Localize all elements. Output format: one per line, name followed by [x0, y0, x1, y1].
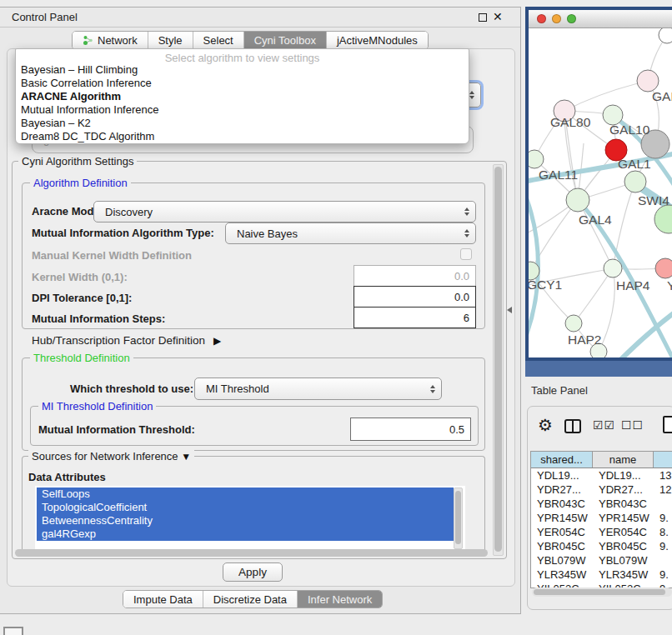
desktop-strip — [525, 361, 672, 377]
tab-label: Infer Network — [308, 593, 372, 606]
popup-placeholder: Select algorithm to view settings — [16, 49, 469, 63]
kernel-width-label: Kernel Width (0,1): — [32, 271, 128, 283]
tab-label: jActiveMNodules — [337, 34, 418, 47]
control-panel-window: Control Panel ✕ Network Style Select Cyn… — [0, 7, 521, 614]
tab-discretize-data[interactable]: Discretize Data — [203, 591, 297, 608]
settings-gear-icon[interactable]: ⚙ — [538, 417, 553, 433]
popup-item[interactable]: Dream8 DC_TDC Algorithm — [16, 130, 469, 143]
hub-transcription-section-toggle[interactable]: Hub/Transcription Factor Definition ▶ — [32, 334, 221, 347]
scrollbar-thumb[interactable] — [494, 167, 502, 552]
scrollbar-thumb[interactable] — [455, 491, 461, 544]
mi-threshold-field[interactable]: 0.5 — [350, 418, 471, 441]
sources-section-toggle[interactable]: Sources for Network Inference ▼ — [28, 450, 194, 462]
popup-item[interactable]: Bayesian – K2 — [16, 117, 469, 130]
svg-text:Y: Y — [667, 278, 672, 292]
settings-vertical-scrollbar[interactable] — [493, 164, 504, 556]
cyni-bottom-tabbar: Impute Data Discretize Data Infer Networ… — [123, 590, 383, 608]
attributes-list-scrollbar[interactable] — [454, 488, 463, 549]
split-columns-icon[interactable] — [564, 419, 581, 433]
close-icon[interactable]: ✕ — [493, 10, 503, 23]
popup-item[interactable]: Bayesian – Hill Climbing — [16, 63, 469, 77]
svg-text:GAL11: GAL11 — [539, 168, 578, 182]
group-legend: Threshold Definition — [30, 352, 133, 364]
apply-button[interactable]: Apply — [223, 562, 283, 582]
deselect-checkboxes-icon[interactable]: ☐☐ — [621, 418, 644, 432]
node-attribute-table: shared... name YDL19...YDL19...13 YDR27.… — [530, 451, 672, 588]
which-threshold-combo[interactable]: MI Threshold — [194, 378, 442, 400]
data-attributes-label: Data Attributes — [28, 471, 106, 483]
tab-label: Discretize Data — [213, 593, 287, 606]
svg-text:SWI4: SWI4 — [638, 193, 669, 208]
table-row[interactable]: YLR345WYLR345W9. — [531, 568, 672, 582]
aracne-mode-combo[interactable]: Discovery — [93, 201, 476, 222]
tab-label: Style — [158, 34, 183, 47]
table-row[interactable]: YPR145WYPR145W9. — [531, 511, 672, 525]
network-view-window: GALGAL80GAL10GAL1GAL11SWI4GAL4GCY1HAP4YH… — [525, 7, 672, 361]
zoom-traffic-light[interactable] — [567, 14, 576, 23]
column-header-name[interactable]: name — [593, 452, 654, 468]
dpi-tolerance-field[interactable]: 0.0 — [354, 286, 476, 308]
tab-jactivemnodules[interactable]: jActiveMNodules — [326, 32, 428, 49]
table-row[interactable]: YDL19...YDL19...13 — [531, 468, 672, 482]
page-icon[interactable] — [663, 416, 672, 433]
panel-splitter-handle[interactable] — [507, 307, 512, 313]
list-item[interactable]: BetweennessCentrality — [37, 514, 454, 528]
mi-steps-field[interactable]: 6 — [354, 307, 476, 328]
combo-arrows-icon — [430, 385, 435, 393]
table-row[interactable]: YBL079WYBL079W — [531, 553, 672, 568]
mi-algorithm-type-combo[interactable]: Naive Bayes — [225, 222, 476, 244]
column-header-shared-name[interactable]: shared... — [531, 452, 593, 468]
combo-arrows-icon — [464, 208, 469, 216]
minimize-traffic-light[interactable] — [552, 14, 561, 23]
popup-item[interactable]: Mutual Information Inference — [16, 103, 469, 117]
table-panel-title: Table Panel — [531, 384, 588, 397]
tab-style[interactable]: Style — [148, 32, 193, 49]
table-panel-header: Table Panel — [524, 377, 672, 403]
table-row[interactable]: YDR27...YDR27...12 — [531, 482, 672, 497]
tab-label: Network — [98, 34, 138, 47]
combo-value: Discovery — [105, 206, 153, 218]
list-item[interactable]: SelfLoops — [37, 488, 454, 501]
window-corner-fragment — [3, 627, 23, 635]
table-horizontal-scrollbar[interactable] — [532, 588, 672, 597]
combo-arrows-icon — [464, 229, 469, 238]
scrollbar-thumb[interactable] — [534, 589, 665, 595]
tab-select[interactable]: Select — [193, 32, 243, 49]
control-panel-titlebar: Control Panel ✕ — [0, 8, 520, 28]
tab-impute-data[interactable]: Impute Data — [123, 591, 203, 608]
chevron-right-icon: ▶ — [213, 335, 221, 347]
popup-item-selected[interactable]: ARACNE Algorithm — [16, 90, 469, 103]
sources-legend: Sources for Network Inference — [32, 450, 178, 462]
select-all-checkboxes-icon[interactable]: ☑☑ — [593, 418, 615, 432]
panel-title: Control Panel — [12, 11, 78, 23]
column-header-partial[interactable] — [654, 452, 672, 468]
field-value: 0.0 — [454, 291, 469, 303]
network-canvas[interactable]: GALGAL80GAL10GAL1GAL11SWI4GAL4GCY1HAP4YH… — [529, 28, 672, 358]
list-item[interactable]: gal4RGexp — [37, 528, 454, 541]
kernel-width-field[interactable]: 0.0 — [354, 265, 476, 287]
field-value: 0.0 — [454, 270, 469, 282]
mi-steps-label: Mutual Information Steps: — [32, 312, 165, 325]
svg-text:GAL4: GAL4 — [579, 212, 612, 227]
list-item[interactable]: TopologicalCoefficient — [37, 501, 454, 514]
svg-text:GAL1: GAL1 — [618, 157, 651, 171]
field-value: 0.5 — [449, 423, 464, 436]
control-panel-tabbar: Network Style Select Cyni Toolbox jActiv… — [72, 31, 429, 50]
table-row[interactable]: YBR045CYBR045C9. — [531, 539, 672, 553]
tab-network[interactable]: Network — [73, 32, 148, 49]
close-traffic-light[interactable] — [537, 14, 546, 23]
manual-kernel-checkbox[interactable] — [460, 248, 472, 260]
chevron-down-icon: ▼ — [181, 451, 191, 462]
table-row[interactable]: YBR043CYBR043C — [531, 497, 672, 511]
float-window-icon[interactable] — [479, 13, 487, 22]
group-legend: MI Threshold Definition — [38, 400, 156, 412]
tab-label: Impute Data — [133, 593, 193, 606]
settings-horizontal-scrollbar[interactable] — [15, 549, 488, 557]
tab-label: Cyni Toolbox — [254, 34, 316, 47]
tab-cyni-toolbox[interactable]: Cyni Toolbox — [243, 32, 326, 49]
network-window-titlebar[interactable] — [529, 10, 672, 28]
tab-infer-network[interactable]: Infer Network — [297, 591, 382, 608]
table-row[interactable]: YER054CYER054C8. — [531, 525, 672, 539]
dpi-tolerance-label: DPI Tolerance [0,1]: — [32, 292, 132, 304]
popup-item[interactable]: Basic Correlation Inference — [16, 77, 469, 90]
